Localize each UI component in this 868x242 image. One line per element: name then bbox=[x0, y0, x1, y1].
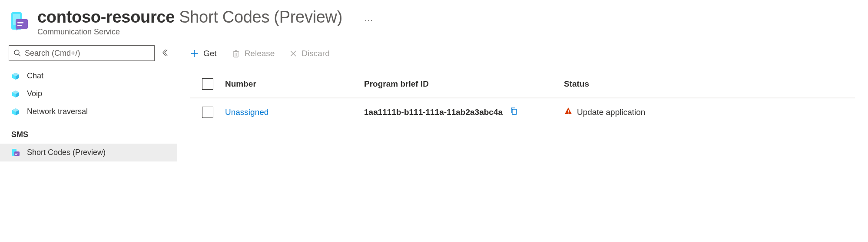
sidebar-item-network-traversal[interactable]: Network traversal bbox=[0, 103, 177, 121]
column-header-status[interactable]: Status bbox=[564, 79, 855, 89]
row-checkbox[interactable] bbox=[202, 107, 213, 118]
page-subtitle: Communication Service bbox=[37, 27, 373, 37]
sidebar-item-voip[interactable]: Voip bbox=[0, 85, 177, 103]
close-icon bbox=[289, 50, 297, 57]
sidebar-section-sms: SMS bbox=[0, 121, 177, 144]
trash-icon bbox=[232, 49, 240, 58]
release-button: Release bbox=[232, 49, 275, 58]
search-input[interactable] bbox=[25, 49, 150, 58]
table-row: Unassigned 1aa1111b-b111-111a-11ab2a3abc… bbox=[190, 98, 855, 126]
resource-icon bbox=[9, 8, 30, 34]
cube-icon bbox=[11, 90, 20, 98]
svg-line-6 bbox=[19, 54, 21, 57]
svg-rect-13 bbox=[234, 52, 238, 57]
program-brief-id-value: 1aa1111b-b111-111a-11ab2a3abc4a bbox=[364, 108, 503, 117]
get-button[interactable]: Get bbox=[190, 49, 217, 58]
svg-rect-3 bbox=[17, 22, 23, 24]
svg-rect-8 bbox=[14, 151, 20, 156]
more-actions-button[interactable]: ··· bbox=[347, 16, 373, 25]
toolbar-button-label: Get bbox=[203, 49, 217, 58]
collapse-sidebar-button[interactable] bbox=[161, 49, 169, 58]
column-header-number[interactable]: Number bbox=[225, 79, 364, 89]
svg-rect-4 bbox=[17, 25, 22, 26]
svg-point-5 bbox=[14, 50, 19, 55]
sidebar-item-label: Chat bbox=[27, 71, 43, 81]
svg-rect-22 bbox=[568, 113, 569, 114]
sidebar-item-label: Short Codes (Preview) bbox=[27, 148, 106, 157]
cube-icon bbox=[11, 72, 20, 81]
number-link[interactable]: Unassigned bbox=[225, 108, 268, 117]
svg-rect-10 bbox=[15, 154, 17, 155]
select-all-checkbox[interactable] bbox=[202, 78, 213, 90]
warning-icon bbox=[564, 107, 573, 118]
sidebar-item-chat[interactable]: Chat bbox=[0, 67, 177, 85]
toolbar-button-label: Discard bbox=[301, 49, 329, 58]
page-title-resource: contoso-resource bbox=[37, 8, 175, 27]
column-header-program-brief-id[interactable]: Program brief ID bbox=[364, 79, 564, 89]
cube-icon bbox=[11, 108, 20, 116]
copy-icon[interactable] bbox=[510, 107, 518, 118]
search-box[interactable] bbox=[9, 45, 155, 61]
svg-rect-2 bbox=[16, 19, 28, 29]
sidebar-item-label: Network traversal bbox=[27, 107, 88, 116]
svg-rect-21 bbox=[568, 110, 569, 112]
svg-rect-20 bbox=[512, 109, 517, 114]
plus-icon bbox=[190, 49, 199, 58]
page-title-section: Short Codes (Preview) bbox=[179, 8, 342, 27]
sidebar-item-label: Voip bbox=[27, 89, 42, 98]
short-codes-icon bbox=[11, 148, 20, 157]
table-header-row: Number Program brief ID Status bbox=[190, 71, 855, 98]
sidebar-item-short-codes[interactable]: Short Codes (Preview) bbox=[0, 144, 177, 161]
discard-button: Discard bbox=[289, 49, 329, 58]
status-text: Update application bbox=[577, 108, 645, 117]
svg-rect-9 bbox=[15, 153, 18, 153]
toolbar-button-label: Release bbox=[245, 49, 275, 58]
search-icon bbox=[13, 49, 21, 57]
